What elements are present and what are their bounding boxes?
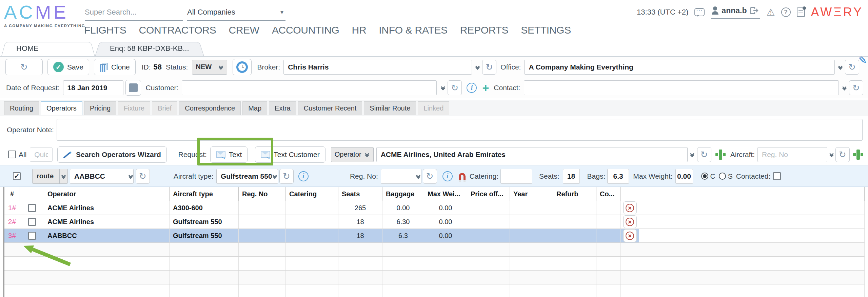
nav-info-rates[interactable]: INFO & RATES [379, 24, 448, 36]
aircraft-type-field[interactable] [216, 169, 278, 184]
nav-crew[interactable]: CREW [229, 24, 259, 36]
tab-operators[interactable]: Operators [41, 101, 82, 115]
row-checkbox[interactable] [28, 218, 36, 226]
chevron-double-icon[interactable] [690, 152, 695, 157]
quick-search[interactable] [30, 147, 53, 162]
calendar-button[interactable] [125, 80, 141, 96]
save-button[interactable]: Save [47, 59, 89, 75]
reg-no-input[interactable] [381, 169, 416, 183]
super-search[interactable] [85, 4, 183, 21]
refresh-button[interactable] [5, 59, 43, 75]
operator-refresh-button[interactable] [697, 147, 711, 162]
max-weight-field[interactable] [675, 169, 693, 184]
chevron-double-icon[interactable] [128, 174, 133, 178]
route-code-input[interactable] [70, 169, 128, 183]
col-aircraft-type[interactable]: Aircraft type [170, 187, 239, 201]
operator-input[interactable] [377, 147, 687, 162]
bags-field[interactable] [607, 169, 629, 184]
broker-field[interactable] [283, 60, 472, 75]
user-menu[interactable]: anna.b [711, 6, 760, 19]
aircraft-type-refresh-button[interactable] [279, 169, 294, 184]
aircraft-refresh-button[interactable] [835, 147, 850, 162]
aircraft-type-input[interactable] [217, 169, 272, 183]
text-button[interactable]: Text [210, 146, 248, 163]
contact-refresh-button[interactable] [849, 80, 863, 95]
tab-map[interactable]: Map [242, 101, 267, 115]
tab-customer-recent[interactable]: Customer Recent [298, 101, 362, 115]
col-year[interactable]: Year [510, 187, 553, 201]
history-clock-button[interactable] [233, 59, 252, 75]
route-dropdown[interactable]: route [32, 169, 68, 184]
nav-contractors[interactable]: CONTRACTORS [139, 24, 216, 36]
help-icon[interactable] [781, 7, 791, 17]
route-code-field[interactable] [70, 169, 134, 184]
col-refurb[interactable]: Refurb [553, 187, 596, 201]
chevron-double-icon[interactable] [272, 174, 278, 178]
radio-s[interactable] [719, 173, 726, 180]
contact-input[interactable] [524, 81, 839, 95]
notifications-icon[interactable] [797, 7, 805, 17]
nav-hr[interactable]: HR [352, 24, 367, 36]
magnet-icon[interactable] [459, 173, 466, 180]
col-checkbox[interactable] [20, 187, 44, 201]
date-input[interactable] [63, 81, 123, 95]
clone-button[interactable]: Clone [94, 59, 136, 75]
add-aircraft-button[interactable] [852, 149, 864, 160]
contacted-checkbox[interactable] [773, 172, 781, 180]
nav-accounting[interactable]: ACCOUNTING [272, 24, 339, 36]
delete-row-button[interactable] [623, 229, 637, 242]
operator-type-dropdown[interactable]: Operator [331, 147, 374, 162]
col-max-weight[interactable]: Max Wei... [424, 187, 467, 201]
col-seats[interactable]: Seats [338, 187, 382, 201]
radio-c[interactable] [701, 173, 708, 180]
text-customer-button[interactable]: Text Customer [255, 146, 325, 163]
office-input[interactable] [525, 60, 834, 74]
route-row-checkbox[interactable] [13, 172, 21, 180]
tab-routing[interactable]: Routing [4, 101, 39, 115]
reg-no-field[interactable] [381, 169, 421, 184]
col-co[interactable]: Co... [596, 187, 621, 201]
bags-input[interactable] [608, 169, 629, 183]
route-refresh-button[interactable] [136, 169, 150, 184]
reg-no-refresh-button[interactable] [423, 169, 437, 184]
nav-reports[interactable]: REPORTS [460, 24, 508, 36]
table-row[interactable]: 2# ACME Airlines Gulfstream 550 18 6.30 … [4, 215, 865, 229]
customer-field[interactable] [182, 80, 437, 95]
add-operator-button[interactable] [715, 149, 726, 160]
status-dropdown[interactable]: NEW [192, 60, 227, 75]
logout-icon[interactable] [749, 6, 759, 15]
tab-similar-route[interactable]: Similar Route [364, 101, 416, 115]
row-checkbox[interactable] [28, 232, 36, 240]
chevron-double-icon[interactable] [475, 65, 480, 69]
tab-correspondence[interactable]: Correspondence [179, 101, 241, 115]
all-checkbox[interactable] [8, 151, 16, 158]
super-search-input[interactable] [85, 4, 183, 20]
col-catering[interactable]: Catering [286, 187, 338, 201]
office-field[interactable] [524, 60, 835, 75]
nav-flights[interactable]: FLIGHTS [84, 24, 126, 36]
chat-icon[interactable] [694, 8, 705, 16]
warning-icon[interactable] [766, 7, 775, 18]
chevron-double-icon[interactable] [440, 85, 446, 90]
broker-refresh-button[interactable] [482, 60, 496, 75]
info-icon[interactable] [467, 83, 477, 93]
date-field[interactable] [63, 80, 123, 95]
col-price-offer[interactable]: Price off... [467, 187, 510, 201]
operator-note-textarea[interactable] [57, 119, 863, 141]
max-weight-input[interactable] [676, 169, 693, 183]
seats-input[interactable] [563, 169, 579, 183]
delete-row-button[interactable] [623, 201, 637, 214]
aircraft-input[interactable] [758, 147, 827, 162]
col-row-number[interactable]: # [4, 187, 20, 201]
tab-home[interactable]: HOME [1, 41, 95, 56]
catering-field[interactable] [500, 169, 532, 184]
customer-refresh-button[interactable] [448, 80, 462, 95]
add-customer-icon[interactable] [482, 82, 489, 94]
chevron-double-icon[interactable] [416, 174, 421, 178]
edit-pencil-icon[interactable] [859, 54, 867, 66]
col-operator[interactable]: Operator [44, 187, 170, 201]
chevron-double-icon[interactable] [842, 85, 847, 90]
aircraft-field[interactable] [757, 147, 827, 162]
contact-field[interactable] [524, 80, 839, 95]
quick-search-input[interactable] [30, 151, 52, 159]
